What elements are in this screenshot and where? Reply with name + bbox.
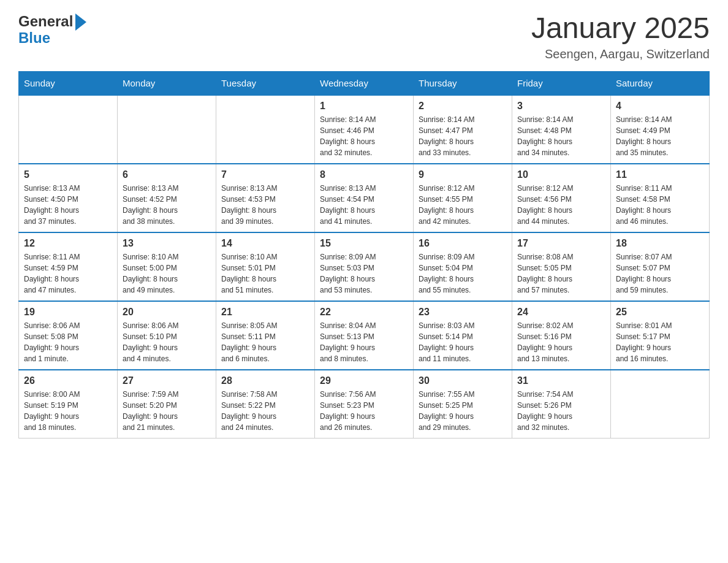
day-info: Sunrise: 7:56 AM Sunset: 5:23 PM Dayligh… (320, 389, 408, 433)
day-number: 1 (320, 101, 408, 112)
day-number: 10 (517, 169, 605, 180)
calendar-row-1: 1Sunrise: 8:14 AM Sunset: 4:46 PM Daylig… (19, 95, 710, 164)
day-info: Sunrise: 8:06 AM Sunset: 5:10 PM Dayligh… (123, 320, 211, 364)
header-cell-friday: Friday (512, 71, 611, 95)
day-number: 12 (24, 238, 112, 249)
calendar-subtitle: Seengen, Aargau, Switzerland (531, 47, 710, 61)
day-info: Sunrise: 7:54 AM Sunset: 5:26 PM Dayligh… (517, 389, 605, 433)
calendar-cell: 14Sunrise: 8:10 AM Sunset: 5:01 PM Dayli… (216, 232, 315, 301)
calendar-header-row: SundayMondayTuesdayWednesdayThursdayFrid… (19, 71, 710, 95)
day-number: 27 (123, 375, 211, 386)
day-number: 13 (123, 238, 211, 249)
calendar-cell: 1Sunrise: 8:14 AM Sunset: 4:46 PM Daylig… (315, 95, 414, 164)
calendar-cell (118, 95, 216, 164)
day-info: Sunrise: 8:11 AM Sunset: 4:58 PM Dayligh… (616, 183, 704, 227)
day-number: 2 (419, 101, 507, 112)
day-number: 24 (517, 307, 605, 318)
header-cell-thursday: Thursday (414, 71, 512, 95)
day-number: 17 (517, 238, 605, 249)
day-number: 25 (616, 307, 704, 318)
calendar-cell: 20Sunrise: 8:06 AM Sunset: 5:10 PM Dayli… (118, 301, 216, 370)
day-number: 11 (616, 169, 704, 180)
calendar-cell: 17Sunrise: 8:08 AM Sunset: 5:05 PM Dayli… (512, 232, 611, 301)
calendar-title: January 2025 (531, 12, 710, 45)
day-number: 22 (320, 307, 408, 318)
day-info: Sunrise: 8:01 AM Sunset: 5:17 PM Dayligh… (616, 320, 704, 364)
calendar-table: SundayMondayTuesdayWednesdayThursdayFrid… (18, 71, 710, 439)
day-info: Sunrise: 7:58 AM Sunset: 5:22 PM Dayligh… (221, 389, 309, 433)
calendar-cell: 27Sunrise: 7:59 AM Sunset: 5:20 PM Dayli… (118, 370, 216, 439)
calendar-cell: 31Sunrise: 7:54 AM Sunset: 5:26 PM Dayli… (512, 370, 611, 439)
day-number: 15 (320, 238, 408, 249)
calendar-cell: 18Sunrise: 8:07 AM Sunset: 5:07 PM Dayli… (611, 232, 710, 301)
calendar-cell: 7Sunrise: 8:13 AM Sunset: 4:53 PM Daylig… (216, 164, 315, 232)
calendar-cell: 9Sunrise: 8:12 AM Sunset: 4:55 PM Daylig… (414, 164, 512, 232)
calendar-cell (19, 95, 118, 164)
calendar-cell (216, 95, 315, 164)
day-info: Sunrise: 7:59 AM Sunset: 5:20 PM Dayligh… (123, 389, 211, 433)
calendar-cell: 5Sunrise: 8:13 AM Sunset: 4:50 PM Daylig… (19, 164, 118, 232)
calendar-cell: 12Sunrise: 8:11 AM Sunset: 4:59 PM Dayli… (19, 232, 118, 301)
day-info: Sunrise: 8:07 AM Sunset: 5:07 PM Dayligh… (616, 251, 704, 296)
calendar-cell: 25Sunrise: 8:01 AM Sunset: 5:17 PM Dayli… (611, 301, 710, 370)
day-number: 28 (221, 375, 309, 386)
title-block: January 2025 Seengen, Aargau, Switzerlan… (531, 12, 710, 61)
calendar-cell: 30Sunrise: 7:55 AM Sunset: 5:25 PM Dayli… (414, 370, 512, 439)
calendar-cell: 26Sunrise: 8:00 AM Sunset: 5:19 PM Dayli… (19, 370, 118, 439)
calendar-cell: 15Sunrise: 8:09 AM Sunset: 5:03 PM Dayli… (315, 232, 414, 301)
calendar-cell: 24Sunrise: 8:02 AM Sunset: 5:16 PM Dayli… (512, 301, 611, 370)
day-number: 29 (320, 375, 408, 386)
header-cell-wednesday: Wednesday (315, 71, 414, 95)
day-info: Sunrise: 8:06 AM Sunset: 5:08 PM Dayligh… (24, 320, 112, 364)
day-info: Sunrise: 8:03 AM Sunset: 5:14 PM Dayligh… (419, 320, 507, 364)
day-info: Sunrise: 8:02 AM Sunset: 5:16 PM Dayligh… (517, 320, 605, 364)
logo-arrow-icon (75, 13, 86, 31)
day-number: 3 (517, 101, 605, 112)
calendar-cell: 8Sunrise: 8:13 AM Sunset: 4:54 PM Daylig… (315, 164, 414, 232)
logo-general-text: General (18, 13, 73, 30)
day-info: Sunrise: 8:14 AM Sunset: 4:47 PM Dayligh… (419, 114, 507, 158)
day-info: Sunrise: 8:10 AM Sunset: 5:00 PM Dayligh… (123, 251, 211, 296)
day-number: 5 (24, 169, 112, 180)
day-info: Sunrise: 7:55 AM Sunset: 5:25 PM Dayligh… (419, 389, 507, 433)
logo-blue-text: Blue (18, 29, 50, 47)
day-number: 18 (616, 238, 704, 249)
day-number: 23 (419, 307, 507, 318)
calendar-cell: 3Sunrise: 8:14 AM Sunset: 4:48 PM Daylig… (512, 95, 611, 164)
day-info: Sunrise: 8:14 AM Sunset: 4:46 PM Dayligh… (320, 114, 408, 158)
calendar-cell: 10Sunrise: 8:12 AM Sunset: 4:56 PM Dayli… (512, 164, 611, 232)
calendar-row-2: 5Sunrise: 8:13 AM Sunset: 4:50 PM Daylig… (19, 164, 710, 232)
day-number: 31 (517, 375, 605, 386)
day-info: Sunrise: 8:13 AM Sunset: 4:54 PM Dayligh… (320, 183, 408, 227)
day-number: 26 (24, 375, 112, 386)
calendar-cell: 19Sunrise: 8:06 AM Sunset: 5:08 PM Dayli… (19, 301, 118, 370)
logo: General Blue (18, 12, 86, 47)
calendar-cell: 28Sunrise: 7:58 AM Sunset: 5:22 PM Dayli… (216, 370, 315, 439)
day-number: 30 (419, 375, 507, 386)
day-number: 8 (320, 169, 408, 180)
calendar-cell: 16Sunrise: 8:09 AM Sunset: 5:04 PM Dayli… (414, 232, 512, 301)
day-info: Sunrise: 8:11 AM Sunset: 4:59 PM Dayligh… (24, 251, 112, 296)
calendar-cell: 21Sunrise: 8:05 AM Sunset: 5:11 PM Dayli… (216, 301, 315, 370)
calendar-cell: 11Sunrise: 8:11 AM Sunset: 4:58 PM Dayli… (611, 164, 710, 232)
calendar-cell (611, 370, 710, 439)
day-info: Sunrise: 8:09 AM Sunset: 5:03 PM Dayligh… (320, 251, 408, 296)
day-number: 14 (221, 238, 309, 249)
day-info: Sunrise: 8:10 AM Sunset: 5:01 PM Dayligh… (221, 251, 309, 296)
day-info: Sunrise: 8:04 AM Sunset: 5:13 PM Dayligh… (320, 320, 408, 364)
day-number: 19 (24, 307, 112, 318)
header-cell-sunday: Sunday (19, 71, 118, 95)
calendar-cell: 22Sunrise: 8:04 AM Sunset: 5:13 PM Dayli… (315, 301, 414, 370)
day-info: Sunrise: 8:00 AM Sunset: 5:19 PM Dayligh… (24, 389, 112, 433)
calendar-row-5: 26Sunrise: 8:00 AM Sunset: 5:19 PM Dayli… (19, 370, 710, 439)
day-info: Sunrise: 8:13 AM Sunset: 4:53 PM Dayligh… (221, 183, 309, 227)
day-number: 21 (221, 307, 309, 318)
day-info: Sunrise: 8:13 AM Sunset: 4:50 PM Dayligh… (24, 183, 112, 227)
calendar-cell: 2Sunrise: 8:14 AM Sunset: 4:47 PM Daylig… (414, 95, 512, 164)
day-number: 16 (419, 238, 507, 249)
day-info: Sunrise: 8:12 AM Sunset: 4:56 PM Dayligh… (517, 183, 605, 227)
calendar-cell: 29Sunrise: 7:56 AM Sunset: 5:23 PM Dayli… (315, 370, 414, 439)
header-cell-monday: Monday (118, 71, 216, 95)
calendar-row-4: 19Sunrise: 8:06 AM Sunset: 5:08 PM Dayli… (19, 301, 710, 370)
header-cell-tuesday: Tuesday (216, 71, 315, 95)
